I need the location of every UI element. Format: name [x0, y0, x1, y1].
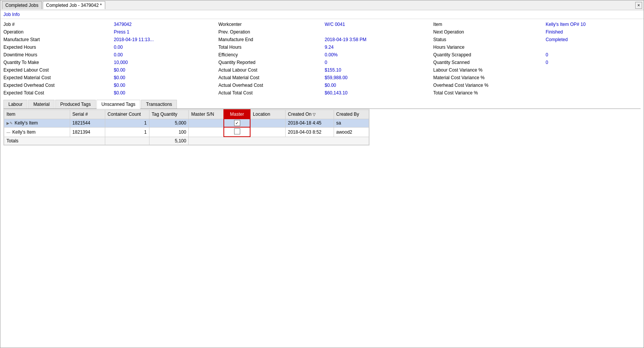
cell-location-2 [250, 127, 285, 137]
label-actual-total-cost: Actual Total Cost [218, 89, 325, 97]
cell-tag-quantity-1: 5,000 [149, 119, 189, 127]
value-prev-operation [324, 28, 426, 36]
value-manufacture-end: 2018-04-19 3:58 PM [324, 36, 426, 43]
cell-location-1 [250, 119, 285, 127]
col-header-created-on: Created On ▽ [285, 110, 334, 119]
col-header-tag-quantity: Tag Quantity [149, 110, 189, 119]
tab-labour[interactable]: Labour [3, 100, 27, 109]
cell-item-1: ▶✎ Kelly's Item [4, 119, 70, 127]
value-overhead-cost-variance [546, 81, 641, 89]
value-next-operation: Finished [546, 28, 641, 36]
totals-row: Totals 5,100 [4, 137, 369, 145]
value-qty-scrapped: 0 [546, 51, 641, 59]
totals-label: Totals [4, 137, 105, 145]
col-header-master-sn: Master S/N [189, 110, 224, 119]
job-info-link[interactable]: Job Info [0, 10, 644, 19]
cell-container-count-1: 1 [105, 119, 149, 127]
value-workcenter: W/C 0041 [324, 21, 426, 28]
table-row[interactable]: ▶✎ Kelly's Item 1821544 1 5,000 2018-04-… [4, 119, 369, 127]
label-actual-material-cost: Actual Material Cost [218, 74, 325, 81]
value-actual-overhead-cost: $0.00 [324, 81, 426, 89]
value-downtime-hours: 0.00 [114, 51, 210, 59]
value-expected-total-cost: $0.00 [114, 89, 210, 97]
label-operation: Operation [3, 28, 114, 36]
col-header-item: Item [4, 110, 70, 119]
tab-material[interactable]: Material [28, 100, 55, 109]
col-header-container-count: Container Count [105, 110, 149, 119]
value-actual-labour-cost: $155.10 [324, 66, 426, 74]
label-job-number: Job # [3, 21, 114, 28]
checkbox-master-2[interactable] [234, 128, 240, 134]
label-item: Item [433, 21, 546, 28]
value-expected-material-cost: $0.00 [114, 74, 210, 81]
cell-serial-1: 1821544 [70, 119, 105, 127]
label-expected-overhead-cost: Expected Overhead Cost [3, 81, 114, 89]
value-material-cost-variance [546, 74, 641, 81]
label-total-cost-variance: Total Cost Variance % [433, 89, 546, 97]
label-manufacture-start: Manufacture Start [3, 36, 114, 43]
value-total-cost-variance [546, 89, 641, 97]
label-overhead-cost-variance: Overhead Cost Variance % [433, 81, 546, 89]
totals-empty-2 [189, 137, 369, 145]
value-actual-material-cost: $59,988.00 [324, 74, 426, 81]
label-qty-reported: Quantity Reported [218, 59, 325, 66]
cell-created-on-2: 2018-04-03 8:52 [285, 127, 334, 137]
label-actual-labour-cost: Actual Labour Cost [218, 66, 325, 74]
label-next-operation: Next Operation [433, 28, 546, 36]
value-qty-reported: 0 [324, 59, 426, 66]
tab-unscanned-tags[interactable]: Unscanned Tags [96, 100, 140, 109]
checkbox-master-1[interactable] [234, 120, 240, 126]
totals-empty-1 [105, 137, 149, 145]
cell-master-1[interactable] [224, 119, 250, 127]
value-job-number: 3479042 [114, 21, 210, 28]
tabs-bar: Labour Material Produced Tags Unscanned … [3, 100, 641, 109]
value-efficiency: 0.00% [324, 51, 426, 59]
label-qty-to-make: Quantity To Make [3, 59, 114, 66]
label-manufacture-end: Manufacture End [218, 36, 325, 43]
cell-created-by-2: awood2 [334, 127, 369, 137]
info-col-3: Item Kelly's Item OP# 10 Next Operation … [433, 21, 641, 97]
label-status: Status [433, 36, 546, 43]
value-actual-total-cost: $60,143.10 [324, 89, 426, 97]
value-expected-overhead-cost: $0.00 [114, 81, 210, 89]
close-button[interactable]: × [635, 2, 642, 9]
totals-tag-quantity: 5,100 [149, 137, 189, 145]
label-qty-scanned: Quantity Scanned [433, 59, 546, 66]
value-qty-to-make: 10,000 [114, 59, 210, 66]
label-downtime-hours: Downtime Hours [3, 51, 114, 59]
value-manufacture-start: 2018-04-19 11:13... [114, 36, 210, 43]
label-prev-operation: Prev. Operation [218, 28, 325, 36]
label-total-hours: Total Hours [218, 43, 325, 51]
value-item: Kelly's Item OP# 10 [546, 21, 641, 28]
info-col-2: Workcenter W/C 0041 Prev. Operation Manu… [218, 21, 426, 97]
job-info-section: Job # 3479042 Operation Press 1 Manufact… [3, 21, 641, 97]
label-actual-overhead-cost: Actual Overhead Cost [218, 81, 325, 89]
tab-transactions[interactable]: Transactions [141, 100, 177, 109]
cell-container-count-2: 1 [105, 127, 149, 137]
value-labour-cost-variance [546, 66, 641, 74]
col-header-serial: Serial # [70, 110, 105, 119]
value-expected-labour-cost: $0.00 [114, 66, 210, 74]
cell-serial-2: 1821394 [70, 127, 105, 137]
cell-master-sn-2 [189, 127, 224, 137]
main-window: Completed Jobs Completed Job - 3479042 *… [0, 0, 644, 348]
tab-produced-tags[interactable]: Produced Tags [55, 100, 96, 109]
cell-item-2: — Kelly's Item [4, 127, 70, 137]
col-header-location: Location [250, 110, 285, 119]
label-expected-material-cost: Expected Material Cost [3, 74, 114, 81]
col-header-created-by: Created By [334, 110, 369, 119]
tab-active-job[interactable]: Completed Job - 3479042 * [43, 1, 105, 9]
cell-master-sn-1 [189, 119, 224, 127]
title-bar: Completed Jobs Completed Job - 3479042 *… [0, 0, 644, 10]
value-status: Completed [546, 36, 641, 43]
label-workcenter: Workcenter [218, 21, 325, 28]
row-icon-1: ▶✎ [6, 121, 13, 125]
cell-tag-quantity-2: 100 [149, 127, 189, 137]
row-icon-2: — [6, 130, 10, 134]
tab-completed-jobs[interactable]: Completed Jobs [2, 1, 42, 9]
cell-master-2[interactable] [224, 127, 250, 137]
label-expected-total-cost: Expected Total Cost [3, 89, 114, 97]
table-row[interactable]: — Kelly's Item 1821394 1 100 2018-04-03 … [4, 127, 369, 137]
value-expected-hours: 0.00 [114, 43, 210, 51]
label-labour-cost-variance: Labour Cost Variance % [433, 66, 546, 74]
